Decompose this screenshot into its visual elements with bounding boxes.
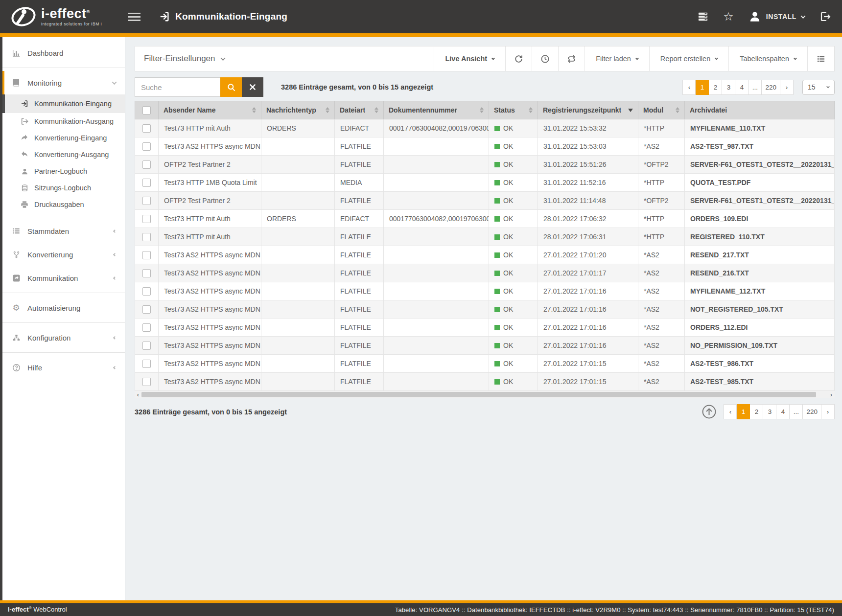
row-checkbox[interactable]	[142, 305, 151, 314]
col-dateiart[interactable]: Dateiart	[335, 101, 384, 119]
table-row[interactable]: Test73 AS2 HTTPS async MDN FLATFILE OK 2…	[135, 246, 835, 264]
row-checkbox[interactable]	[142, 215, 151, 223]
sidebar-item-kommunikation-ausgang[interactable]: Kommunikation-Ausgang	[2, 113, 125, 130]
sidebar-item-druckausgaben[interactable]: Druckausgaben	[2, 196, 125, 213]
pager-next-button[interactable]: ›	[821, 404, 835, 419]
pager-prev-button[interactable]: ‹	[724, 404, 737, 419]
row-checkbox[interactable]	[142, 287, 151, 296]
logout-icon[interactable]	[819, 11, 831, 23]
row-checkbox[interactable]	[142, 233, 151, 241]
schedule-button[interactable]	[532, 46, 558, 71]
col-modul[interactable]: Modul	[638, 101, 685, 119]
row-checkbox[interactable]	[142, 251, 151, 259]
table-row[interactable]: Test73 AS2 HTTPS async MDN FLATFILE OK 2…	[135, 355, 835, 373]
status-ok-indicator	[494, 144, 500, 149]
auto-reload-button[interactable]	[558, 46, 585, 71]
search-button[interactable]	[220, 77, 242, 97]
col-archivdatei[interactable]: Archivdatei	[685, 101, 835, 119]
sidebar-item-konvertierung-eingang[interactable]: Konvertierung-Eingang	[2, 130, 125, 146]
pager-prev-button[interactable]: ‹	[682, 80, 696, 95]
row-checkbox[interactable]	[142, 360, 151, 368]
col-absender-name[interactable]: Absender Name	[159, 101, 261, 119]
row-checkbox[interactable]	[142, 378, 151, 386]
pager-page-button[interactable]: 4	[735, 80, 748, 95]
favorites-star-icon[interactable]: ☆	[723, 11, 734, 23]
scroll-left-arrow[interactable]: ‹	[135, 391, 141, 398]
table-row[interactable]: OFTP2 Test Partner 2 FLATFILE OK 31.01.2…	[135, 192, 835, 210]
status-ok-indicator	[494, 162, 500, 167]
report-create-button[interactable]: Report erstellen	[649, 46, 728, 71]
pager-next-button[interactable]: ›	[780, 80, 794, 95]
pager-page-button[interactable]: 220	[803, 404, 821, 419]
row-checkbox[interactable]	[142, 142, 151, 151]
filter-load-button[interactable]: Filter laden	[585, 46, 649, 71]
user-menu[interactable]: INSTALL	[748, 10, 805, 23]
row-checkbox[interactable]	[142, 197, 151, 205]
row-checkbox[interactable]	[142, 179, 151, 187]
table-row[interactable]: Test73 AS2 HTTPS async MDN FLATFILE OK 2…	[135, 264, 835, 282]
cell-registrierungszeitpunkt: 31.01.2022 11:14:48	[538, 192, 638, 210]
page-size-select[interactable]: 15	[802, 80, 835, 95]
pager-page-button[interactable]: 1	[696, 80, 709, 95]
table-row[interactable]: Test73 HTTP mit Auth FLATFILE OK 28.01.2…	[135, 228, 835, 246]
refresh-button[interactable]	[505, 46, 532, 71]
pager-page-button[interactable]: 3	[763, 404, 776, 419]
live-view-button[interactable]: Live Ansicht	[434, 46, 505, 71]
sidebar-item-stammdaten[interactable]: Stammdaten	[2, 219, 125, 243]
sidebar-item-monitoring[interactable]: Monitoring	[2, 71, 125, 94]
list-view-button[interactable]	[807, 46, 834, 71]
scrollbar-thumb[interactable]	[141, 392, 816, 397]
pager-page-button[interactable]: 2	[750, 404, 763, 419]
table-row[interactable]: Test73 AS2 HTTPS async MDN FLATFILE OK 2…	[135, 319, 835, 337]
sidebar-toggle-button[interactable]	[128, 13, 140, 21]
scroll-right-arrow[interactable]: ›	[828, 391, 835, 398]
pager-page-button[interactable]: ...	[748, 80, 762, 95]
table-row[interactable]: Test73 HTTP mit Auth ORDERS EDIFACT 0001…	[135, 210, 835, 228]
col-dokumentennummer[interactable]: Dokumentennummer	[384, 101, 489, 119]
table-columns-button[interactable]: Tabellenspalten	[728, 46, 807, 71]
table-row[interactable]: Test73 HTTP 1MB Quota Limit MEDIA OK 31.…	[135, 174, 835, 192]
chevron-down-icon	[794, 56, 797, 60]
app-logo[interactable]: i-effect® integrated solutions for IBM i	[11, 5, 116, 28]
col-status[interactable]: Status	[489, 101, 538, 119]
pager-page-button[interactable]: 2	[709, 80, 722, 95]
pager-page-button[interactable]: 3	[722, 80, 735, 95]
table-row[interactable]: Test73 AS2 HTTPS async MDN FLATFILE OK 2…	[135, 337, 835, 355]
row-checkbox[interactable]	[142, 323, 151, 332]
select-all-header[interactable]	[135, 101, 159, 119]
row-checkbox[interactable]	[142, 160, 151, 169]
select-all-checkbox[interactable]	[142, 106, 151, 114]
server-status-icon[interactable]	[698, 12, 708, 22]
cell-status: OK	[489, 300, 538, 319]
table-row[interactable]: Test73 AS2 HTTPS async MDN FLATFILE OK 3…	[135, 137, 835, 156]
sidebar-item-sitzungs-logbuch[interactable]: Sitzungs-Logbuch	[2, 180, 125, 196]
sidebar-item-konfiguration[interactable]: Konfiguration	[2, 326, 125, 349]
sidebar-item-hilfe[interactable]: Hilfe	[2, 356, 125, 379]
row-checkbox[interactable]	[142, 342, 151, 350]
pager-page-button[interactable]: 4	[776, 404, 790, 419]
sidebar-item-partner-logbuch[interactable]: Partner-Logbuch	[2, 163, 125, 180]
table-row[interactable]: Test73 AS2 HTTPS async MDN FLATFILE OK 2…	[135, 282, 835, 300]
table-row[interactable]: Test73 AS2 HTTPS async MDN FLATFILE OK 2…	[135, 300, 835, 319]
filter-settings-toggle[interactable]: Filter-Einstellungen	[135, 54, 234, 64]
search-input[interactable]	[135, 77, 220, 97]
table-row[interactable]: Test73 HTTP mit Auth ORDERS EDIFACT 0001…	[135, 119, 835, 137]
pager-page-button[interactable]: ...	[790, 404, 803, 419]
col-registrierungszeitpunkt[interactable]: Registrierungszeitpunkt	[538, 101, 638, 119]
sidebar-item-kommunikation-eingang[interactable]: Kommunikation-Eingang	[2, 94, 125, 113]
scroll-to-top-button[interactable]	[702, 404, 717, 419]
sidebar-item-konvertierung-ausgang[interactable]: Konvertierung-Ausgang	[2, 146, 125, 163]
pager-page-button[interactable]: 1	[737, 404, 750, 419]
pager-page-button[interactable]: 220	[762, 80, 780, 95]
table-row[interactable]: Test73 AS2 HTTPS async MDN FLATFILE OK 2…	[135, 373, 835, 391]
sidebar-item-konvertierung[interactable]: Konvertierung	[2, 243, 125, 266]
chevron-down-icon	[635, 56, 639, 60]
col-nachrichtentyp[interactable]: Nachrichtentyp	[261, 101, 335, 119]
sidebar-item-automatisierung[interactable]: ⚙ Automatisierung	[2, 296, 125, 319]
table-row[interactable]: OFTP2 Test Partner 2 FLATFILE OK 31.01.2…	[135, 156, 835, 174]
row-checkbox[interactable]	[142, 124, 151, 133]
sidebar-item-dashboard[interactable]: Dashboard	[2, 41, 125, 65]
sidebar-item-kommunikation[interactable]: Kommunikation	[2, 266, 125, 290]
row-checkbox[interactable]	[142, 269, 151, 277]
clear-search-button[interactable]	[242, 77, 263, 97]
